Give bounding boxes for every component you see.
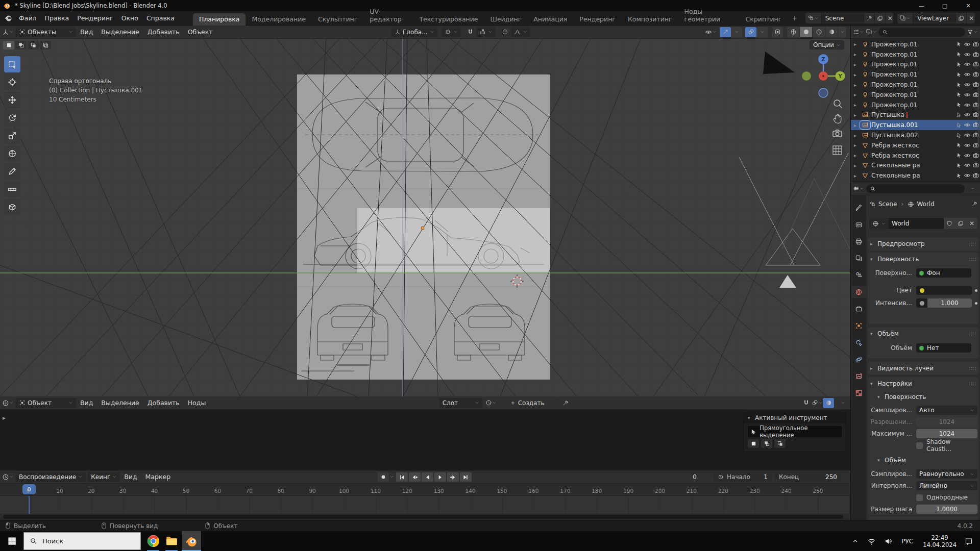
surface-max-field[interactable]: 1024 xyxy=(916,429,977,438)
properties-tab-constraints[interactable] xyxy=(851,336,866,348)
select-mode-extend-button[interactable] xyxy=(15,41,27,49)
subpanel-surface[interactable]: ▾Поверхность xyxy=(877,391,976,403)
gizmos-dropdown[interactable] xyxy=(731,27,742,37)
viewport-menu-2[interactable]: Добавить xyxy=(143,26,184,39)
new-viewlayer-button[interactable] xyxy=(956,13,967,23)
outliner-display-mode-dropdown[interactable] xyxy=(866,27,877,37)
options-dropdown[interactable]: Опции xyxy=(810,40,844,49)
shader-overlay-icon[interactable] xyxy=(812,398,823,408)
hide-eye-icon[interactable] xyxy=(964,172,971,179)
tab-1[interactable]: Моделирование xyxy=(246,13,311,26)
expand-icon[interactable]: ▸ xyxy=(854,163,861,168)
tray-action-center-icon[interactable] xyxy=(965,537,973,545)
visibility-dropdown[interactable] xyxy=(705,27,717,37)
3d-viewport[interactable]: Z Y Объекты xyxy=(0,26,850,396)
outliner-row-1[interactable]: ▸Прожектор.01 xyxy=(851,49,980,60)
close-button[interactable]: ✕ xyxy=(957,0,980,11)
volume-sampling-dropdown[interactable]: Равноугольно xyxy=(916,469,977,479)
outliner-row-9[interactable]: ▸Пустышка.002 xyxy=(851,130,980,140)
play-reverse-button[interactable] xyxy=(422,472,433,482)
playback-menu[interactable]: Воспроизведение xyxy=(16,472,86,482)
volume-shader-field[interactable]: Нет xyxy=(916,343,971,353)
tool-transform-button[interactable] xyxy=(4,145,20,162)
properties-tab-render[interactable] xyxy=(851,218,866,231)
volume-interpolation-dropdown[interactable]: Линейно xyxy=(916,481,977,490)
mode-selector[interactable]: Объекты xyxy=(16,27,76,37)
render-visibility-camera-icon[interactable] xyxy=(972,162,979,169)
properties-tab-object[interactable] xyxy=(851,319,866,332)
selectable-toggle-icon[interactable] xyxy=(955,82,962,88)
viewlayer-browse-button[interactable] xyxy=(897,13,913,23)
outliner-row-12[interactable]: ▸Стекольные ра xyxy=(851,161,980,171)
outliner-row-0[interactable]: ▸Прожектор.01 xyxy=(851,39,980,49)
fake-user-shield-icon[interactable] xyxy=(944,218,955,229)
timeline-scrollbar[interactable] xyxy=(0,514,850,520)
surface-shader-field[interactable]: Фон xyxy=(916,268,971,278)
unlink-world-button[interactable]: ✕ xyxy=(966,218,977,229)
tab-2[interactable]: Скульптинг xyxy=(312,13,363,26)
snap-target-dropdown[interactable] xyxy=(476,27,496,37)
tab-3[interactable]: UV-редактор xyxy=(363,6,413,26)
gizmos-toggle[interactable] xyxy=(720,27,731,37)
play-button[interactable] xyxy=(434,472,446,482)
render-visibility-camera-icon[interactable] xyxy=(972,61,979,68)
tab-6[interactable]: Анимация xyxy=(527,13,573,26)
selectable-toggle-icon[interactable] xyxy=(955,61,962,68)
blender-menu-icon[interactable] xyxy=(4,14,13,22)
viewport-menu-1[interactable]: Выделение xyxy=(97,26,143,39)
selectable-toggle-icon[interactable] xyxy=(955,152,962,159)
step-size-field[interactable]: 1.0000 xyxy=(916,505,977,514)
outliner-row-5[interactable]: ▸Прожектор.01 xyxy=(851,90,980,100)
viewport-menu-0[interactable]: Вид xyxy=(76,26,97,39)
taskbar-blender-icon[interactable] xyxy=(182,531,201,551)
properties-tab-world[interactable] xyxy=(851,286,866,298)
surface-sampling-dropdown[interactable]: Авто xyxy=(916,406,977,415)
outliner-row-10[interactable]: ▸Ребра жесткос xyxy=(851,140,980,151)
timeline-ruler[interactable]: 0 01020304050607080901001101201301401501… xyxy=(0,484,850,496)
current-frame-field[interactable]: 0 xyxy=(679,472,710,482)
tray-chevron-up-icon[interactable] xyxy=(852,538,859,544)
selectable-toggle-icon[interactable] xyxy=(955,172,962,179)
remove-viewlayer-button[interactable]: ✕ xyxy=(967,13,975,23)
properties-options-dropdown[interactable] xyxy=(967,184,978,194)
hide-eye-icon[interactable] xyxy=(964,111,971,118)
hide-eye-icon[interactable] xyxy=(964,51,971,58)
hide-eye-icon[interactable] xyxy=(964,91,971,98)
select-mode-subtract-button[interactable] xyxy=(28,41,39,49)
hide-eye-icon[interactable] xyxy=(964,152,971,159)
tab-0[interactable]: Планировка xyxy=(193,13,246,26)
surface-resolution-field[interactable]: 1024 xyxy=(916,417,977,427)
render-visibility-camera-icon[interactable] xyxy=(972,152,979,159)
strength-slider[interactable]: 1.000 xyxy=(916,298,972,308)
tool-rotate-button[interactable] xyxy=(4,110,20,126)
selectable-toggle-icon[interactable] xyxy=(955,102,962,108)
subpanel-volume[interactable]: ▾Объём xyxy=(877,454,976,466)
world-browse-button[interactable] xyxy=(869,218,889,229)
shader-snap-icon[interactable] xyxy=(800,398,812,408)
tab-9[interactable]: Ноды геометрии xyxy=(678,6,740,26)
expand-icon[interactable]: ▸ xyxy=(854,41,861,47)
viewlayer-name[interactable]: ViewLayer xyxy=(913,15,956,22)
selectable-toggle-icon[interactable] xyxy=(955,71,962,78)
expand-icon[interactable]: ▸ xyxy=(854,122,861,128)
jump-end-button[interactable] xyxy=(460,472,472,482)
expand-icon[interactable]: ▸ xyxy=(854,173,861,179)
hide-eye-icon[interactable] xyxy=(964,121,971,129)
snap-magnet-icon[interactable] xyxy=(465,27,476,37)
active-tool-row[interactable]: Прямоугольное выделение xyxy=(748,426,842,437)
timeline-marker-menu[interactable]: Маркер xyxy=(141,470,175,484)
shader-menu-2[interactable]: Добавить xyxy=(143,396,184,410)
jump-start-button[interactable] xyxy=(396,472,408,482)
hide-eye-icon[interactable] xyxy=(964,102,971,109)
slot-dropdown[interactable]: Слот xyxy=(439,398,482,408)
shader-editor-canvas[interactable]: ▸ ▾Активный инструмент Прямоугольное выд… xyxy=(0,410,850,470)
next-keyframe-button[interactable] xyxy=(447,472,459,482)
properties-tab-view-layer[interactable] xyxy=(851,252,866,264)
outliner-row-8[interactable]: ▸Пустышка.001 xyxy=(851,120,980,130)
shader-editor-type-button[interactable] xyxy=(2,398,14,408)
expand-icon[interactable]: ▸ xyxy=(854,102,861,108)
selectable-toggle-icon[interactable] xyxy=(955,91,962,98)
hide-eye-icon[interactable] xyxy=(964,81,971,88)
frame-start-field[interactable]: Начало1 xyxy=(714,472,772,482)
hide-eye-icon[interactable] xyxy=(964,71,971,78)
